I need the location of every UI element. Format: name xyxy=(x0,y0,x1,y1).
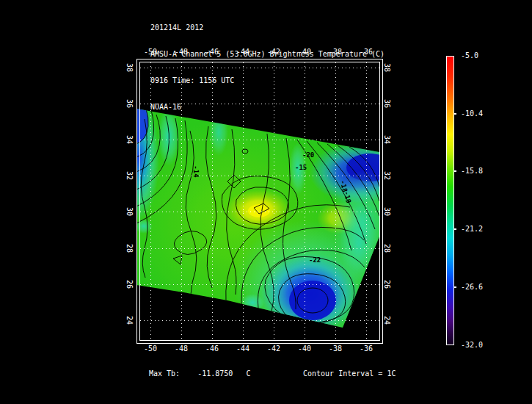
contour-value-label: -22 xyxy=(309,257,321,264)
lon-tick-bottom: -38 xyxy=(323,345,348,353)
contour-value-label: -20 xyxy=(302,152,314,159)
contour-interval-readout: Contour Interval = 1C xyxy=(303,369,396,378)
lat-tick-right: 24 xyxy=(382,309,391,331)
lon-tick-top: -50 xyxy=(138,48,163,57)
colorbar-label: -21.2 xyxy=(461,225,483,234)
colorbar-label: -32.0 xyxy=(461,341,483,350)
colorbar-label: -5.0 xyxy=(461,51,478,60)
lon-tick-top: -38 xyxy=(323,48,348,57)
lat-tick-right: 30 xyxy=(382,201,391,223)
lon-tick-bottom: -40 xyxy=(292,345,317,353)
lat-tick-left: 24 xyxy=(125,309,134,331)
lon-tick-bottom: -44 xyxy=(230,345,255,353)
colorbar xyxy=(446,56,454,345)
lat-tick-right: 26 xyxy=(382,273,391,295)
lat-tick-left: 34 xyxy=(125,129,134,151)
lon-tick-bottom: -46 xyxy=(200,345,225,353)
lat-tick-left: 32 xyxy=(125,165,134,187)
lat-tick-right: 36 xyxy=(382,93,391,115)
lat-tick-right: 32 xyxy=(382,165,391,187)
lat-tick-left: 28 xyxy=(125,237,134,259)
colorbar-label: -15.8 xyxy=(461,167,483,176)
colorbar-tick xyxy=(453,170,456,172)
lat-tick-left: 36 xyxy=(125,93,134,115)
colorbar-tick xyxy=(453,113,456,115)
lat-tick-right: 34 xyxy=(382,129,391,151)
contour-value-label: -15 xyxy=(295,165,307,171)
lon-tick-bottom: -42 xyxy=(261,345,286,353)
contour-value-label: -19 xyxy=(343,191,351,204)
colorbar-tick xyxy=(453,228,456,230)
lon-tick-top: -36 xyxy=(354,48,379,57)
lon-tick-top: -40 xyxy=(292,48,317,57)
lon-tick-bottom: -36 xyxy=(354,345,379,353)
colorbar-tick xyxy=(453,286,456,288)
colorbar-label: -10.4 xyxy=(461,109,483,118)
lat-tick-left: 26 xyxy=(125,273,134,295)
lon-tick-top: -44 xyxy=(230,48,255,57)
lon-tick-bottom: -50 xyxy=(138,345,163,353)
lon-tick-top: -48 xyxy=(169,48,194,57)
lon-tick-bottom: -48 xyxy=(169,345,194,353)
map-swath xyxy=(118,59,409,350)
max-tb-readout: Max Tb: -11.8750 C xyxy=(149,369,250,378)
colorbar-label: -26.6 xyxy=(461,283,483,292)
lon-tick-top: -46 xyxy=(200,48,225,57)
lat-tick-right: 38 xyxy=(382,57,391,79)
lat-tick-right: 28 xyxy=(382,237,391,259)
contour-value-label: -14 xyxy=(192,165,199,177)
lat-tick-left: 38 xyxy=(125,57,134,79)
amsu-plot-screen: 201214L 2012 AMSU-A Channel 5 (53.6GHz) … xyxy=(0,0,532,404)
lat-tick-left: 30 xyxy=(125,201,134,223)
lon-tick-top: -42 xyxy=(261,48,286,57)
